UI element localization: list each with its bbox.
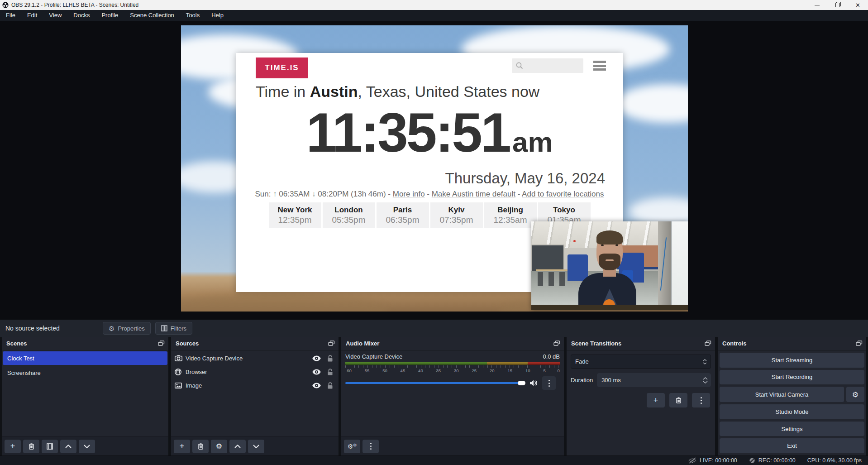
search-input[interactable] [512,58,583,73]
make-default-link[interactable]: Make Austin time default [432,190,515,198]
source-item-browser[interactable]: Browser [171,365,339,379]
city-beijing[interactable]: Beijing 12:35am [484,202,537,228]
window-title: OBS 29.1.2 - Profile: LLHLS BETA - Scene… [11,2,138,8]
menu-view[interactable]: View [43,10,67,21]
menu-tools[interactable]: Tools [180,10,205,21]
unlock-icon[interactable] [327,382,333,389]
chevron-up-icon[interactable] [703,377,708,380]
trash-icon [676,397,682,403]
transition-properties-button[interactable] [692,393,710,407]
image-icon [175,383,182,388]
camera-icon [175,355,182,361]
popout-icon[interactable] [553,340,560,346]
minimize-button[interactable] [807,0,827,10]
scene-move-down-button[interactable] [79,440,95,453]
start-streaming-button[interactable]: Start Streaming [720,353,864,368]
start-virtual-camera-button[interactable]: Start Virtual Camera [720,387,844,402]
menu-docks[interactable]: Docks [67,10,95,21]
remove-transition-button[interactable] [669,393,687,407]
popout-icon[interactable] [705,340,711,346]
properties-button[interactable]: ⚙ Properties [103,322,151,335]
popout-icon[interactable] [328,340,335,346]
date-text: Thursday, May 16, 2024 [445,170,605,187]
virtual-camera-settings-button[interactable]: ⚙ [846,387,864,402]
gear-icon: ⚙ [216,442,222,451]
city-paris[interactable]: Paris 06:35pm [377,202,429,228]
globe-icon [175,369,181,375]
source-properties-button[interactable]: ⚙ [211,440,227,453]
close-button[interactable]: ✕ [848,0,868,10]
kebab-icon [701,397,702,404]
scene-item-clock-test[interactable]: Clock Test [3,351,167,365]
program-canvas[interactable]: TIME.IS Time in Austin, Texas, United St… [181,25,688,312]
meter-ruler [345,365,560,368]
menu-scene-collection[interactable]: Scene Collection [124,10,180,21]
kebab-icon [548,380,550,387]
exit-button[interactable]: Exit [720,438,864,453]
clock-display: 11:35:51am [236,101,623,164]
chevron-down-icon [253,445,259,448]
unlock-icon[interactable] [327,369,333,375]
source-move-up-button[interactable] [229,440,246,453]
meter-tick-labels: -60-55-50-45-40-35-30-25-20-15-10-50 [345,368,560,373]
gear-icon: ⚙ [852,390,858,399]
scene-move-up-button[interactable] [60,440,76,453]
add-transition-button[interactable]: + [647,393,665,407]
volume-slider[interactable] [345,379,525,387]
transition-select[interactable]: Fade [571,355,711,369]
filters-button[interactable]: Filters [155,322,192,335]
add-scene-button[interactable]: + [5,440,21,453]
volume-slider-handle[interactable] [518,381,525,385]
mixer-channel-name: Video Capture Device [345,353,402,360]
unlock-icon[interactable] [327,355,333,362]
advanced-audio-button[interactable]: ⚙⚙ [344,440,360,453]
city-london[interactable]: London 05:35pm [323,202,375,228]
webcam-source[interactable] [531,221,688,310]
chevron-down-icon[interactable] [703,381,708,384]
source-item-video-capture[interactable]: Video Capture Device [171,351,339,365]
mixer-menu-button[interactable] [362,440,379,453]
no-source-selected-label: No source selected [5,325,103,332]
scenes-title: Scenes [6,340,27,347]
settings-button[interactable]: Settings [720,422,864,436]
menu-edit[interactable]: Edit [21,10,43,21]
audio-mixer-dock: Audio Mixer Video Capture Device 0.0 dB … [341,337,564,455]
city-kyiv[interactable]: Kyiv 07:35pm [430,202,483,228]
remove-source-button[interactable] [192,440,209,453]
mixer-level-db: 0.0 dB [543,353,560,360]
mixer-options-button[interactable] [542,376,556,390]
scene-filters-button[interactable] [42,440,58,453]
rec-time: REC: 00:00:00 [758,457,796,464]
restore-button[interactable] [827,0,848,10]
obs-logo-icon [2,2,9,8]
start-recording-button[interactable]: Start Recording [720,370,864,385]
clock-time: 11:35:51 [306,102,510,163]
studio-mode-button[interactable]: Studio Mode [720,404,864,419]
audio-mixer-title: Audio Mixer [346,340,379,347]
timeis-logo: TIME.IS [256,58,308,78]
menu-file[interactable]: File [0,10,21,21]
dock-area: Scenes Clock Test Screenshare + [0,337,868,455]
popout-icon[interactable] [856,340,863,346]
scene-item-screenshare[interactable]: Screenshare [3,366,167,379]
eye-icon[interactable] [312,355,321,361]
more-info-link[interactable]: More info [393,190,425,198]
eye-icon[interactable] [312,369,321,375]
eye-icon[interactable] [312,383,321,388]
source-move-down-button[interactable] [248,440,264,453]
menu-help[interactable]: Help [205,10,229,21]
source-item-image[interactable]: Image [171,379,339,392]
speaker-icon[interactable] [529,379,538,387]
controls-dock: Controls Start Streaming Start Recording… [718,337,866,455]
menu-profile[interactable]: Profile [95,10,124,21]
trash-icon [29,443,34,450]
add-source-button[interactable]: + [174,440,190,453]
hamburger-icon[interactable] [593,61,606,71]
page-title: Time in Austin, Texas, United States now [256,83,604,101]
duration-input[interactable]: 300 ms [597,373,711,387]
favorite-link[interactable]: Add to favorite locations [522,190,604,198]
remove-scene-button[interactable] [23,440,39,453]
popout-icon[interactable] [158,340,165,346]
sun-info: Sun: ↑ 06:35AM ↓ 08:20PM (13h 46m) - Mor… [236,190,623,199]
city-newyork[interactable]: New York 12:35pm [269,202,321,228]
